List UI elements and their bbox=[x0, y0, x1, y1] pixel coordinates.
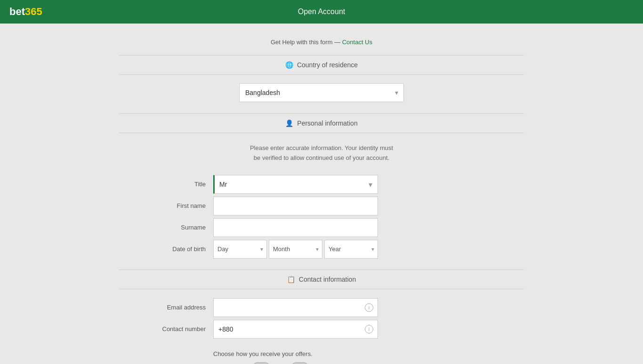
dob-year-wrapper: Year 200019991998 bbox=[324, 240, 378, 259]
title-select[interactable]: Mr Mrs Miss Ms Dr bbox=[213, 175, 378, 194]
surname-input[interactable] bbox=[213, 218, 378, 237]
personal-info-description: Please enter accurate information. Your … bbox=[119, 137, 524, 170]
email-row: Email address i bbox=[138, 298, 505, 317]
contact-info-section-header: 📋 Contact information bbox=[119, 269, 524, 289]
personal-info-section-header: 👤 Personal information bbox=[119, 113, 524, 133]
title-row: Title Mr Mrs Miss Ms Dr bbox=[138, 174, 505, 194]
dob-row: Date of birth Day 12345 678910 Month Jan… bbox=[138, 239, 505, 259]
email-input-wrapper: i bbox=[213, 298, 378, 317]
country-select[interactable]: Bangladesh India Pakistan United Kingdom bbox=[239, 83, 404, 102]
globe-icon: 🌐 bbox=[285, 61, 293, 69]
personal-info-label: Personal information bbox=[297, 119, 357, 127]
logo-365: 365 bbox=[25, 6, 42, 18]
personal-info-form: Title Mr Mrs Miss Ms Dr First name Surna… bbox=[119, 170, 524, 266]
country-select-section: Bangladesh India Pakistan United Kingdom bbox=[119, 79, 524, 110]
first-name-input[interactable] bbox=[213, 197, 378, 215]
phone-label: Contact number bbox=[138, 325, 213, 332]
email-info-icon[interactable]: i bbox=[365, 303, 373, 312]
person-icon: 👤 bbox=[285, 119, 293, 127]
title-label: Title bbox=[138, 181, 213, 188]
dob-day-select[interactable]: Day 12345 678910 bbox=[213, 240, 267, 259]
logo-bet: bet bbox=[9, 6, 25, 18]
offers-section: Choose how you receive your offers. Noti… bbox=[119, 346, 524, 364]
dob-year-select[interactable]: Year 200019991998 bbox=[324, 240, 378, 259]
phone-group: +880 i bbox=[213, 320, 378, 339]
dob-label: Date of birth bbox=[138, 245, 213, 253]
main-content: Get Help with this form — Contact Us 🌐 C… bbox=[119, 24, 524, 364]
country-section-header: 🌐 Country of residence bbox=[119, 55, 524, 75]
title-select-wrapper: Mr Mrs Miss Ms Dr bbox=[213, 175, 378, 194]
phone-prefix: +880 bbox=[213, 320, 241, 339]
surname-row: Surname bbox=[138, 218, 505, 237]
contact-info-label: Contact information bbox=[299, 276, 356, 283]
personal-desc-line1: Please enter accurate information. Your … bbox=[250, 144, 393, 151]
contact-us-link[interactable]: Contact Us bbox=[342, 39, 372, 46]
surname-label: Surname bbox=[138, 224, 213, 231]
header: bet365 Open Account bbox=[0, 0, 643, 24]
notification-no-toggle[interactable] bbox=[291, 362, 308, 364]
dob-month-select[interactable]: Month JanuaryFebruaryMarch AprilMayJune bbox=[269, 240, 322, 259]
phone-input[interactable] bbox=[241, 320, 378, 339]
dob-day-wrapper: Day 12345 678910 bbox=[213, 240, 267, 259]
help-bar: Get Help with this form — Contact Us bbox=[119, 33, 524, 51]
notification-yes-toggle[interactable] bbox=[253, 362, 270, 364]
dob-group: Day 12345 678910 Month JanuaryFebruaryMa… bbox=[213, 240, 378, 259]
first-name-label: First name bbox=[138, 202, 213, 209]
notification-row: Notification Yes No bbox=[213, 362, 505, 364]
help-text: Get Help with this form — bbox=[271, 39, 340, 46]
personal-desc-line2: be verified to allow continued use of yo… bbox=[254, 154, 389, 161]
header-title: Open Account bbox=[298, 8, 346, 16]
email-input[interactable] bbox=[213, 298, 378, 317]
logo: bet365 bbox=[9, 6, 42, 18]
id-card-icon: 📋 bbox=[287, 276, 295, 283]
offers-text: Choose how you receive your offers. bbox=[213, 350, 505, 357]
phone-info-icon[interactable]: i bbox=[365, 325, 373, 333]
phone-row: Contact number +880 i bbox=[138, 319, 505, 339]
country-select-wrapper: Bangladesh India Pakistan United Kingdom bbox=[239, 83, 404, 102]
dob-month-wrapper: Month JanuaryFebruaryMarch AprilMayJune bbox=[269, 240, 322, 259]
email-label: Email address bbox=[138, 304, 213, 311]
country-section-label: Country of residence bbox=[297, 61, 358, 69]
notification-yes-group: Yes bbox=[253, 362, 291, 364]
contact-info-form: Email address i Contact number +880 i bbox=[119, 293, 524, 346]
notification-no-group: No bbox=[291, 362, 328, 364]
first-name-row: First name bbox=[138, 196, 505, 216]
